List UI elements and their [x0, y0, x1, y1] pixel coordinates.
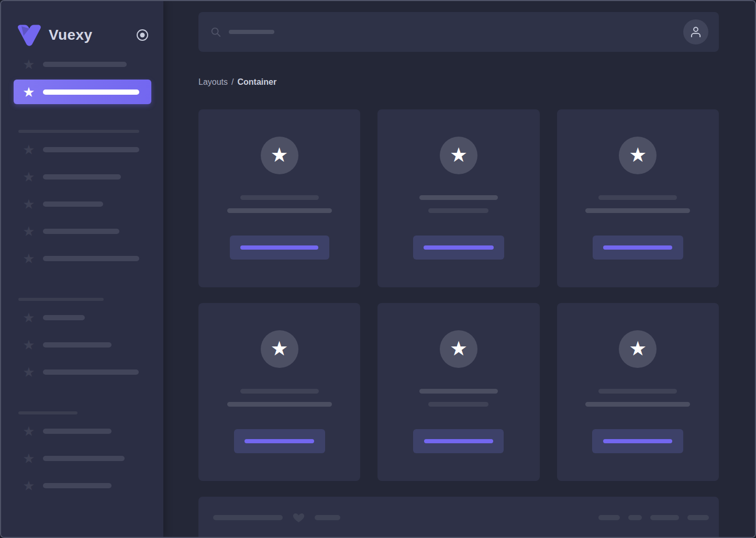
bottom-card-action-placeholder: [628, 515, 642, 520]
star-icon: ★: [22, 170, 36, 184]
nav-section-heading-placeholder: [18, 130, 139, 133]
nav-item-label-placeholder: [43, 315, 85, 320]
user-icon: [689, 25, 703, 39]
card: ★: [557, 109, 719, 287]
card-button[interactable]: [413, 429, 504, 453]
card-title-placeholder: [419, 195, 498, 200]
bottom-card: [198, 497, 719, 537]
card-subtitle-placeholder: [227, 208, 332, 213]
star-icon: ★: [22, 479, 36, 492]
nav-item-label-placeholder: [43, 147, 139, 152]
button-label-placeholder: [424, 439, 493, 443]
nav-item[interactable]: ★: [1, 245, 163, 272]
search-input-placeholder-bar[interactable]: [229, 30, 274, 34]
card-title-placeholder: [240, 389, 319, 394]
card-button[interactable]: [413, 236, 504, 260]
nav-item-label-placeholder: [43, 429, 112, 434]
card: ★: [198, 303, 360, 481]
card-title-placeholder: [598, 195, 677, 200]
menu-pin-toggle-icon[interactable]: [136, 29, 149, 41]
top-navbar: [198, 12, 719, 52]
star-icon: ★: [22, 252, 36, 265]
nav-item-label-placeholder: [43, 256, 139, 261]
button-label-placeholder: [603, 439, 672, 443]
nav-item-label-placeholder: [43, 62, 127, 67]
star-icon: ★: [629, 339, 647, 358]
nav-item[interactable]: ★: [1, 445, 163, 472]
star-icon: ★: [629, 145, 647, 165]
sidebar: Vuexy ★★★★★★★★★★★★★: [1, 1, 163, 537]
card-avatar-circle: ★: [261, 137, 298, 174]
sidebar-header: Vuexy: [1, 1, 163, 51]
nav-item[interactable]: ★: [1, 358, 163, 386]
star-icon: ★: [22, 365, 36, 379]
star-icon: ★: [22, 85, 36, 99]
card: ★: [198, 109, 360, 287]
card-subtitle-placeholder: [585, 208, 690, 213]
nav-item[interactable]: ★: [1, 218, 163, 245]
star-icon: ★: [22, 424, 36, 438]
breadcrumb-separator: /: [231, 77, 234, 87]
card: ★: [377, 109, 539, 287]
nav-item-label-placeholder: [43, 342, 112, 348]
user-avatar[interactable]: [683, 19, 708, 44]
main-area: Layouts / Container ★★★★★★: [163, 1, 755, 537]
sidebar-nav: ★★★★★★★★★★★★★: [1, 51, 163, 499]
card-button[interactable]: [592, 429, 683, 453]
nav-item[interactable]: ★: [1, 136, 163, 163]
nav-item-active[interactable]: ★: [14, 80, 151, 104]
card-avatar-circle: ★: [440, 330, 477, 368]
star-icon: ★: [271, 145, 288, 165]
star-icon: ★: [22, 58, 36, 71]
app-window: Vuexy ★★★★★★★★★★★★★: [0, 0, 756, 538]
card-avatar-circle: ★: [619, 330, 657, 368]
breadcrumb-parent[interactable]: Layouts: [198, 77, 228, 87]
card-subtitle-placeholder: [428, 402, 488, 407]
card-title-placeholder: [598, 389, 677, 394]
nav-item-label-placeholder: [43, 229, 119, 234]
nav-item[interactable]: ★: [1, 472, 163, 499]
nav-item[interactable]: ★: [1, 51, 163, 78]
star-icon: ★: [450, 339, 468, 358]
nav-section-heading-placeholder: [18, 411, 77, 414]
nav-item[interactable]: ★: [1, 304, 163, 331]
star-icon: ★: [22, 143, 36, 156]
bottom-card-action-placeholder: [650, 515, 679, 520]
bottom-card-action-placeholder: [687, 515, 709, 520]
nav-item-label-placeholder: [43, 174, 121, 180]
nav-item[interactable]: ★: [1, 418, 163, 445]
nav-item[interactable]: ★: [1, 331, 163, 358]
card-button[interactable]: [230, 236, 329, 260]
card: ★: [377, 303, 539, 481]
star-icon: ★: [22, 197, 36, 211]
star-icon: ★: [22, 452, 36, 465]
card-title-placeholder: [240, 195, 319, 200]
card-grid: ★★★★★★: [198, 109, 719, 481]
nav-item-label-placeholder: [43, 369, 139, 375]
card: ★: [557, 303, 719, 481]
card-subtitle-placeholder: [585, 402, 690, 407]
star-icon: ★: [450, 145, 468, 165]
card-subtitle-placeholder: [428, 208, 488, 213]
nav-item[interactable]: ★: [1, 163, 163, 190]
button-label-placeholder: [240, 245, 318, 250]
card-subtitle-placeholder: [227, 402, 332, 407]
button-label-placeholder: [603, 245, 672, 250]
nav-item-label-placeholder: [43, 483, 112, 488]
breadcrumb-current: Container: [238, 77, 277, 87]
nav-item-label-placeholder: [43, 456, 125, 461]
card-avatar-circle: ★: [440, 137, 477, 174]
star-icon: ★: [22, 225, 36, 238]
search-icon[interactable]: [210, 26, 221, 38]
star-icon: ★: [22, 311, 36, 324]
card-title-placeholder: [419, 389, 498, 394]
card-button[interactable]: [234, 429, 325, 453]
card-avatar-circle: ★: [619, 137, 657, 174]
button-label-placeholder: [424, 245, 494, 250]
breadcrumb: Layouts / Container: [198, 77, 719, 87]
bottom-card-text-placeholder: [213, 515, 283, 520]
nav-item-label-placeholder: [43, 201, 103, 207]
card-button[interactable]: [593, 236, 683, 260]
nav-item[interactable]: ★: [1, 190, 163, 218]
heart-icon[interactable]: [292, 511, 305, 524]
